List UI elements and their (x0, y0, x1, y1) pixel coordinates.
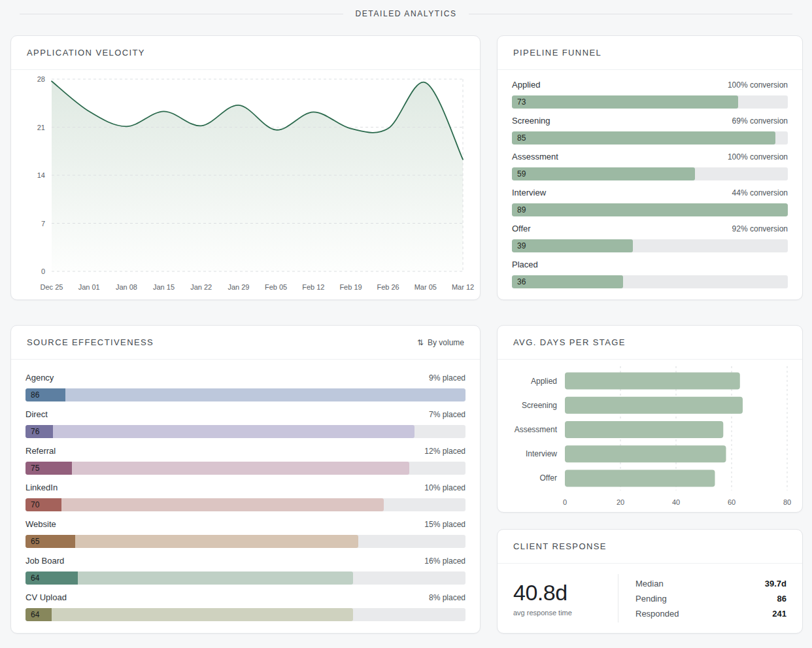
section-header: DETAILED ANALYTICS (0, 0, 812, 20)
source-label: Job Board (25, 556, 64, 566)
svg-text:Feb 05: Feb 05 (265, 283, 287, 291)
source-value-chip: 64 (25, 571, 78, 585)
source-label-row: LinkedIn10% placed (25, 483, 465, 494)
sort-label: By volume (428, 338, 464, 347)
source-placed-pct: 12% placed (424, 447, 465, 456)
client-stat-value: 39.7d (765, 579, 787, 588)
svg-text:Interview: Interview (526, 449, 557, 458)
source-placed-pct: 8% placed (429, 593, 465, 602)
card-header: CLIENT RESPONSE (498, 530, 802, 564)
svg-text:7: 7 (41, 220, 45, 228)
avg-days-bar-chart: 020406080AppliedScreeningAssessmentInter… (503, 361, 797, 510)
source-row: Referral12% placed75 (25, 446, 465, 475)
source-row: Website15% placed65 (25, 519, 465, 548)
svg-text:0: 0 (563, 498, 567, 506)
sort-arrows-icon: ⇅ (417, 338, 424, 347)
client-stat-row: Responded241 (635, 607, 787, 619)
svg-text:Jan 22: Jan 22 (190, 283, 212, 291)
stage-label: Placed (512, 260, 538, 269)
source-bar-fill (25, 535, 358, 548)
svg-text:Mar 05: Mar 05 (414, 283, 437, 291)
funnel-stage-list: Applied100% conversion73Screening69% con… (498, 70, 802, 288)
svg-text:Dec 25: Dec 25 (41, 283, 63, 291)
source-bar-fill (25, 498, 384, 511)
source-label-row: Website15% placed (25, 519, 465, 531)
source-bar-track: 64 (25, 571, 465, 585)
source-label: CV Upload (25, 592, 67, 602)
source-row: Direct7% placed76 (25, 409, 465, 438)
card-header: SOURCE EFFECTIVENESS ⇅ By volume (11, 326, 480, 360)
source-value: 64 (25, 573, 39, 583)
svg-text:Offer: Offer (540, 473, 557, 483)
avg-response-value: 40.8d (513, 580, 611, 605)
svg-text:Screening: Screening (522, 401, 557, 410)
dashboard-grid: APPLICATION VELOCITY 07142128Dec 25Jan 0… (0, 20, 812, 644)
divider-line (20, 14, 343, 14)
stage-bar-fill: 36 (512, 275, 623, 288)
svg-text:21: 21 (37, 124, 45, 131)
source-value: 65 (25, 537, 39, 546)
avg-response-caption: avg response time (513, 609, 611, 617)
source-placed-pct: 15% placed (424, 520, 465, 529)
source-value: 76 (25, 427, 39, 436)
sort-by-volume-button[interactable]: ⇅ By volume (417, 338, 464, 347)
source-label: Direct (25, 409, 48, 419)
stage-bar-track: 36 (512, 275, 788, 288)
client-stat-value: 241 (772, 609, 787, 619)
divider-line (469, 14, 792, 14)
avg-days-bar (565, 397, 743, 414)
stage-conversion: 100% conversion (728, 152, 788, 162)
stage-label: Screening (512, 116, 550, 126)
svg-text:Jan 29: Jan 29 (228, 283, 249, 291)
source-value: 70 (25, 500, 39, 509)
stage-label: Interview (512, 188, 546, 197)
source-value-chip: 65 (25, 535, 75, 548)
client-stat-row: Pending86 (635, 592, 787, 604)
stage-bar-track: 39 (512, 239, 788, 252)
source-list: Agency9% placed86Direct7% placed76Referr… (11, 360, 480, 621)
card-title: APPLICATION VELOCITY (27, 48, 145, 58)
source-label-row: Referral12% placed (25, 446, 465, 458)
svg-text:Jan 01: Jan 01 (78, 283, 100, 291)
right-column: PIPELINE FUNNEL Applied100% conversion73… (497, 35, 803, 634)
analytics-dashboard: DETAILED ANALYTICS APPLICATION VELOCITY … (0, 0, 812, 644)
stage-label-row: Interview44% conversion (512, 188, 788, 199)
client-response-stats: Median39.7dPending86Responded241 (635, 577, 787, 619)
svg-text:Applied: Applied (531, 377, 557, 386)
velocity-chart-area: 07142128Dec 25Jan 01Jan 08Jan 15Jan 22Ja… (11, 70, 480, 299)
funnel-stage-row: Screening69% conversion85 (512, 116, 788, 145)
funnel-stage-row: Offer92% conversion39 (512, 224, 788, 252)
svg-text:Feb 26: Feb 26 (377, 283, 399, 291)
source-value: 64 (25, 610, 39, 619)
stage-label: Applied (512, 80, 540, 90)
left-column: APPLICATION VELOCITY 07142128Dec 25Jan 0… (10, 35, 481, 634)
svg-text:14: 14 (37, 171, 45, 179)
stage-label: Assessment (512, 152, 558, 162)
source-value: 75 (25, 464, 39, 473)
svg-text:60: 60 (728, 498, 736, 506)
stage-label: Offer (512, 224, 531, 233)
source-bar-fill (25, 388, 465, 401)
stage-label-row: Placed (512, 260, 788, 271)
card-header: PIPELINE FUNNEL (498, 36, 802, 70)
svg-text:Feb 12: Feb 12 (302, 283, 324, 291)
velocity-area-fill (52, 81, 463, 271)
source-placed-pct: 7% placed (429, 410, 465, 419)
svg-text:Mar 12: Mar 12 (452, 283, 474, 291)
source-label-row: Agency9% placed (25, 373, 465, 384)
card-header: AVG. DAYS PER STAGE (498, 326, 802, 360)
pipeline-funnel-card: PIPELINE FUNNEL Applied100% conversion73… (497, 35, 803, 300)
source-value: 86 (25, 390, 39, 400)
funnel-stage-row: Interview44% conversion89 (512, 188, 788, 216)
source-bar-track: 76 (25, 425, 465, 438)
funnel-stage-row: Applied100% conversion73 (512, 80, 788, 109)
avg-days-bar (565, 421, 723, 438)
client-stat-row: Median39.7d (635, 577, 787, 589)
stage-bar-track: 73 (512, 95, 788, 109)
stage-bar-fill: 73 (512, 95, 738, 109)
stage-bar-fill: 59 (512, 167, 695, 180)
stage-bar-track: 85 (512, 131, 788, 145)
velocity-line-chart: 07142128Dec 25Jan 01Jan 08Jan 15Jan 22Ja… (11, 70, 480, 299)
stage-value: 59 (512, 169, 526, 179)
source-value-chip: 76 (25, 425, 53, 438)
